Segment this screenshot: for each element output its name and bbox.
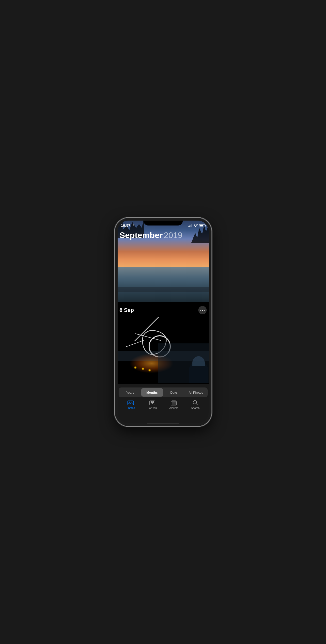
content-area: September 2019 8 Sep [115,218,211,426]
signal-icon [188,224,192,227]
albums-tab-icon [170,400,177,406]
fire-photo[interactable] [115,317,211,383]
segment-months-label: Months [146,391,158,394]
svg-line-9 [196,404,198,405]
for-you-icon-svg [149,400,155,406]
tab-bar: Photos For You [115,397,211,410]
tab-for-you[interactable]: For You [145,400,160,410]
tab-search[interactable]: Search [188,400,203,410]
status-icons [188,224,205,228]
status-time: 16:57 ↗ [121,223,134,228]
water-reflection [115,267,211,302]
search-tab-label: Search [191,406,200,410]
photos-tab-icon [127,400,134,406]
second-section: 8 Sep [115,303,211,384]
battery-icon [199,224,205,227]
search-tab-icon [192,400,199,406]
segmented-control: Years Months Days All Photos [119,388,208,397]
spark-2 [149,369,151,371]
tab-photos[interactable]: Photos [123,400,138,410]
person-head [192,356,205,366]
phone-frame: 16:57 ↗ [115,218,211,426]
time-display: 16:57 [121,223,130,228]
horizon-dock [115,287,211,292]
for-you-tab-label: For You [148,406,157,410]
more-dots-icon [200,310,205,311]
photos-icon-svg [127,400,134,406]
photo-year: 2019 [164,230,183,240]
svg-point-1 [129,402,130,403]
segment-months[interactable]: Months [141,388,163,396]
segment-years[interactable]: Years [119,388,141,396]
wifi-icon [194,224,198,228]
home-indicator [147,423,179,424]
photo-month: September [120,230,163,240]
tab-albums[interactable]: Albums [166,400,181,410]
bottom-controls: Years Months Days All Photos [115,384,211,426]
phone-screen: 16:57 ↗ [115,218,211,426]
more-button[interactable] [198,306,207,314]
spark-1 [134,366,136,368]
section-date: 8 Sep [120,307,134,314]
svg-rect-4 [172,400,176,401]
segment-all-photos[interactable]: All Photos [185,388,207,396]
photo-title: September 2019 [120,230,183,240]
notch [143,218,183,226]
top-photo[interactable]: September 2019 [115,218,211,302]
fire-photo-bg [115,317,211,383]
person-silhouette [189,361,208,383]
section-header: 8 Sep [115,303,211,317]
segment-years-label: Years [126,391,134,394]
crowd-area [158,344,211,383]
segment-all-photos-label: All Photos [189,391,203,394]
albums-icon-svg [171,400,177,406]
search-icon-svg [193,400,198,406]
spark-3 [142,368,144,370]
photos-tab-label: Photos [126,406,135,410]
albums-tab-label: Albums [169,406,178,410]
segment-days-label: Days [170,391,178,394]
location-icon: ↗ [132,224,134,227]
segment-days[interactable]: Days [163,388,185,396]
for-you-tab-icon [149,400,156,406]
